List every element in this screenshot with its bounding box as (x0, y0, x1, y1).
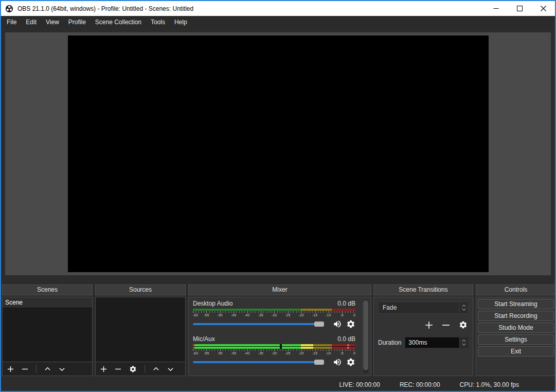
controls-panel-header[interactable]: Controls (476, 284, 556, 295)
channel-db-value: 0.0 dB (337, 335, 355, 344)
menu-profile[interactable]: Profile (64, 16, 91, 28)
menu-help[interactable]: Help (170, 16, 192, 28)
tick-label: -45 (231, 313, 236, 317)
volume-slider[interactable] (193, 321, 324, 327)
chevron-up-icon (44, 366, 51, 372)
tick-label: -60 (193, 313, 198, 317)
start-streaming-button[interactable]: Start Streaming (478, 299, 554, 309)
scene-move-up-button[interactable] (44, 366, 51, 372)
plus-icon (7, 366, 14, 372)
tick-label: -20 (299, 313, 304, 317)
minus-icon (115, 366, 121, 372)
transition-select[interactable]: Fade (378, 301, 469, 314)
duration-label: Duration (378, 339, 401, 346)
menu-scene-collection[interactable]: Scene Collection (91, 16, 146, 28)
volume-meter (193, 309, 355, 311)
mute-toggle-button[interactable] (333, 319, 342, 329)
mixer-panel-header[interactable]: Mixer (188, 284, 371, 295)
menu-tools[interactable]: Tools (146, 16, 170, 28)
window-controls (484, 1, 555, 16)
channel-settings-button[interactable] (346, 358, 355, 367)
tick-label: -15 (312, 351, 317, 355)
controls-body: Start Streaming Start Recording Studio M… (476, 297, 556, 376)
plus-icon (100, 366, 107, 372)
volume-slider-handle[interactable] (314, 322, 324, 327)
transitions-body: Fade (373, 297, 473, 376)
mixer-channel-desktop-audio: Desktop Audio 0.0 dB -60 -55 -50 -45 -40… (193, 300, 355, 329)
maximize-icon (517, 6, 523, 11)
tick-label: -5 (340, 351, 344, 355)
remove-source-button[interactable] (115, 366, 121, 372)
add-scene-button[interactable] (7, 366, 14, 372)
menu-file[interactable]: File (2, 16, 21, 28)
sources-panel-header[interactable]: Sources (95, 284, 186, 295)
transitions-toolbar (378, 320, 468, 331)
duration-input[interactable]: 300ms (405, 337, 469, 348)
maximize-button[interactable] (508, 1, 531, 16)
tick-label: -55 (204, 351, 209, 355)
studio-mode-button[interactable]: Studio Mode (478, 323, 554, 333)
scene-transitions-panel: Scene Transitions Fade (373, 284, 473, 376)
tick-label: -10 (326, 351, 331, 355)
live-time: LIVE: 00:00:00 (339, 381, 380, 388)
chevron-up-icon (153, 366, 159, 372)
tick-label: -45 (231, 351, 236, 355)
menubar: File Edit View Profile Scene Collection … (1, 16, 555, 28)
scene-list-item[interactable]: Scene (3, 297, 92, 308)
tick-label: -40 (244, 351, 249, 355)
tick-label: -30 (272, 351, 277, 355)
scrollbar-thumb[interactable] (363, 300, 368, 370)
minimize-icon (493, 6, 499, 11)
mixer-scrollbar[interactable] (362, 299, 369, 374)
gear-icon (459, 320, 468, 329)
obs-main-window: OBS 21.1.0 (64bit, windows) - Profile: U… (0, 0, 556, 392)
tick-label: -60 (193, 351, 198, 355)
scenes-panel: Scenes Scene (2, 284, 93, 376)
tick-label: -35 (258, 351, 263, 355)
tick-label: -20 (299, 351, 304, 355)
speaker-icon (333, 319, 342, 329)
channel-settings-button[interactable] (346, 319, 355, 329)
controls-panel: Controls Start Streaming Start Recording… (476, 284, 556, 376)
dock-area: Scenes Scene (1, 284, 555, 377)
chevron-down-icon (59, 366, 65, 372)
spinbox-arrows-icon[interactable] (459, 337, 468, 348)
window-title: OBS 21.1.0 (64bit, windows) - Profile: U… (17, 5, 193, 12)
preview-canvas[interactable] (68, 35, 489, 272)
remove-scene-button[interactable] (22, 366, 28, 372)
mute-toggle-button[interactable] (333, 358, 342, 367)
rec-time: REC: 00:00:00 (400, 381, 440, 388)
channel-name: Mic/Aux (193, 335, 215, 344)
titlebar[interactable]: OBS 21.1.0 (64bit, windows) - Profile: U… (1, 1, 555, 16)
source-move-up-button[interactable] (153, 366, 159, 372)
meter-tick-marks (193, 311, 355, 313)
scenes-toolbar (3, 362, 92, 376)
volume-slider[interactable] (193, 359, 324, 365)
transition-properties-button[interactable] (459, 320, 468, 331)
tick-label: -25 (285, 351, 290, 355)
add-transition-button[interactable] (425, 321, 433, 331)
tick-label: -50 (218, 351, 223, 355)
scenes-panel-header[interactable]: Scenes (2, 284, 93, 295)
settings-button[interactable]: Settings (478, 334, 554, 345)
source-move-down-button[interactable] (167, 366, 174, 372)
gear-icon (346, 358, 355, 367)
source-properties-button[interactable] (129, 365, 137, 373)
tick-label: -55 (204, 313, 209, 317)
scenes-list[interactable]: Scene (2, 297, 93, 376)
spinbox-arrows-icon[interactable] (459, 302, 468, 313)
minimize-button[interactable] (484, 1, 508, 16)
duration-value: 300ms (405, 337, 459, 348)
volume-slider-handle[interactable] (314, 360, 324, 365)
speaker-icon (333, 358, 342, 367)
sources-list[interactable] (95, 297, 186, 376)
close-button[interactable] (531, 1, 555, 16)
menu-edit[interactable]: Edit (21, 16, 41, 28)
transitions-panel-header[interactable]: Scene Transitions (373, 284, 473, 295)
menu-view[interactable]: View (41, 16, 64, 28)
scene-move-down-button[interactable] (59, 366, 65, 372)
add-source-button[interactable] (100, 366, 107, 372)
start-recording-button[interactable]: Start Recording (478, 311, 554, 321)
exit-button[interactable]: Exit (478, 346, 554, 357)
remove-transition-button[interactable] (442, 321, 450, 331)
